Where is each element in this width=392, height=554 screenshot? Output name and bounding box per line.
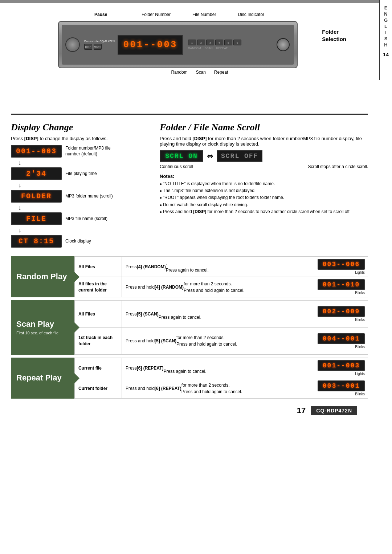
random-lcd-1: 001--010 — [318, 279, 365, 290]
folder-scroll-desc: Press and hold [DISP] for more than 2 se… — [160, 136, 368, 147]
scan-detail-row-0: All Files Press [5] (SCAN).Press again t… — [75, 301, 368, 328]
device-right-area — [277, 38, 290, 51]
page-number: 17 — [297, 406, 306, 415]
random-desc-1: Press and hold [4] (RANDOM) for more tha… — [122, 277, 311, 297]
repeat-detail-row-0: Current file Press [6] (REPEAT).Press ag… — [75, 358, 368, 378]
lcd-item-0: 001--003 Folder number/MP3 file number (… — [11, 145, 149, 158]
device-inner: Panasonic CQ-R 472N DISP MUTE 001--003 1… — [62, 25, 294, 65]
device-controls: Panasonic CQ-R 472N DISP MUTE — [84, 40, 115, 50]
notes-list: "NO TITLE" is displayed when there is no… — [160, 180, 368, 215]
btn-5[interactable]: 5 — [224, 40, 232, 45]
random-play-label: Random Play — [11, 256, 74, 297]
note-2: "ROOT" appears when displaying the root … — [160, 194, 368, 201]
random-play-details: All Files Press [4] (RANDOM).Press again… — [74, 256, 368, 297]
source-knob — [277, 38, 290, 51]
lang-h: H — [384, 42, 388, 48]
device-display: 001--003 — [118, 35, 183, 55]
language-letters: E N G L I S H — [384, 5, 388, 48]
device-diagram: Panasonic CQ-R 472N DISP MUTE 001--003 1… — [58, 21, 298, 75]
btn-labels: RANDOMSCANREPEAT — [188, 46, 241, 50]
arrow-1: ↓ — [18, 182, 149, 189]
device-section: Pause Folder Number File Number Disc Ind… — [11, 10, 368, 112]
btn-3[interactable]: 3 — [206, 40, 214, 45]
random-lcd-label-0: Lights — [355, 270, 365, 274]
two-col-section: Display Change Press [DISP] to change th… — [11, 122, 368, 249]
random-lcd-0: 003--006 — [318, 259, 365, 270]
folder-scroll-title: Folder / File Name Scroll — [160, 122, 368, 133]
repeat-type-0: Current file — [75, 358, 122, 378]
pause-label: Pause — [94, 12, 107, 17]
btn-6[interactable]: 6 — [233, 40, 241, 45]
repeat-play-details: Current file Press [6] (REPEAT).Press ag… — [74, 358, 368, 399]
lang-n: N — [384, 11, 388, 17]
scan-play-title: Scan Play — [16, 319, 54, 329]
disp-btn[interactable]: DISP — [84, 44, 92, 50]
model-badge: CQ-RDP472N — [311, 406, 357, 415]
random-play-arrow — [74, 272, 79, 282]
lcd-display-4: CT 8:15 — [11, 235, 62, 248]
lang-g: G — [384, 17, 388, 23]
scan-type-0: All Files — [75, 301, 122, 327]
scan-play-details: All Files Press [5] (SCAN).Press again t… — [74, 300, 368, 355]
brand-label: Panasonic CQ-R 472N — [84, 40, 115, 43]
random-lcd-cell-1: 001--010 Blinks — [311, 277, 368, 297]
btn-2[interactable]: 2 — [197, 40, 205, 45]
lang-l: L — [384, 24, 388, 29]
scroll-stops-label: Scroll stops after a circle scroll. — [207, 164, 368, 169]
lcd-item-2: FOLDER MP3 folder name (scroll) — [11, 190, 149, 203]
section-divider — [11, 114, 368, 115]
lcd-item-3: FILE MP3 file name (scroll) — [11, 212, 149, 225]
scan-play-row: Scan Play First 10 sec. of each file All… — [11, 300, 368, 355]
scan-detail-row-1: 1st track in each folder Press and hold … — [75, 328, 368, 355]
lcd-display-2: FOLDER — [11, 190, 62, 203]
repeat-desc-1: Press and hold [6] (REPEAT) for more tha… — [122, 378, 311, 398]
display-change-title: Display Change — [11, 122, 149, 133]
notes-title: Notes: — [160, 174, 368, 179]
mute-btn[interactable]: MUTE — [94, 44, 102, 50]
lcd-desc-0: Folder number/MP3 file number (default) — [65, 146, 123, 157]
footer: 17 CQ-RDP472N — [11, 402, 368, 419]
repeat-play-title: Repeat Play — [16, 373, 62, 383]
scroll-arrows: ⇔ — [207, 152, 213, 160]
btn-1[interactable]: 1 — [188, 40, 196, 45]
repeat-desc-0: Press [6] (REPEAT).Press again to cancel… — [122, 358, 311, 378]
folder-scroll-section: Folder / File Name Scroll Press and hold… — [160, 122, 368, 249]
folder-selection-label: FolderSelection — [322, 28, 346, 42]
scan-type-1: 1st track in each folder — [75, 328, 122, 355]
scan-desc-1: Press and hold [5] (SCAN) for more than … — [122, 328, 311, 355]
repeat-label-bottom: Repeat — [214, 70, 228, 75]
continuous-scroll-label: Continuous scroll — [160, 164, 203, 169]
btn-4[interactable]: 4 — [215, 40, 223, 45]
repeat-lcd-cell-1: 003--001 Blinks — [311, 378, 368, 398]
arrow-3: ↓ — [18, 227, 149, 234]
repeat-lcd-0: 001--003 — [318, 360, 365, 371]
device-bottom-labels: Random Scan Repeat — [58, 68, 298, 75]
display-change-desc: Press [DISP] to change the display as fo… — [11, 136, 149, 141]
repeat-type-1: Current folder — [75, 378, 122, 398]
scan-lcd-cell-0: 002--009 Blinks — [311, 301, 368, 327]
arrow-0: ↓ — [18, 159, 149, 167]
note-1: The ".mp3" file name extension is not di… — [160, 187, 368, 194]
scan-lcd-label-0: Blinks — [355, 318, 365, 322]
file-number-label: File Number — [192, 12, 216, 17]
scan-label-bottom: Scan — [196, 70, 206, 75]
repeat-lcd-cell-0: 001--003 Lights — [311, 358, 368, 378]
random-play-row: Random Play All Files Press [4] (RANDOM)… — [11, 256, 368, 297]
repeat-lcd-label-0: Lights — [355, 372, 365, 376]
scan-lcd-cell-1: 004--001 Blinks — [311, 328, 368, 355]
random-label-bottom: Random — [171, 70, 187, 75]
lcd-display-1: 2'34 — [11, 167, 62, 180]
random-desc-0: Press [4] (RANDOM).Press again to cancel… — [122, 257, 311, 277]
arrow-2: ↓ — [18, 204, 149, 212]
random-lcd-cell-0: 003--006 Lights — [311, 257, 368, 277]
display-change-section: Display Change Press [DISP] to change th… — [11, 122, 149, 249]
main-content: Pause Folder Number File Number Disc Ind… — [0, 10, 379, 419]
scroll-displays: SCRL ON ⇔ SCRL OFF — [160, 150, 368, 162]
repeat-detail-row-1: Current folder Press and hold [6] (REPEA… — [75, 378, 368, 398]
scan-lcd-1: 004--001 — [318, 333, 365, 344]
repeat-play-row: Repeat Play Current file Press [6] (REPE… — [11, 358, 368, 399]
folder-number-label: Folder Number — [142, 12, 171, 17]
sidebar-page-number: 14 — [383, 52, 389, 57]
scan-lcd-label-1: Blinks — [355, 345, 365, 349]
repeat-lcd-1: 003--001 — [318, 380, 365, 391]
